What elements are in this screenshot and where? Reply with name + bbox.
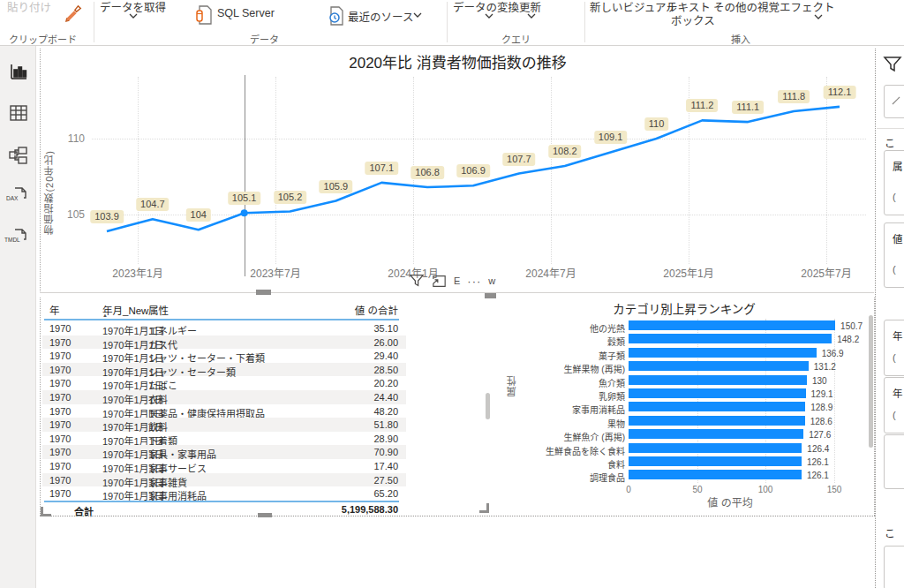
x-axis-tick-label: 2025年1月: [663, 265, 713, 280]
bar[interactable]: [629, 416, 805, 426]
resize-handle[interactable]: [41, 514, 51, 516]
table-cell: 1970: [49, 351, 71, 361]
table-cell: 1970: [49, 392, 71, 403]
filter-card[interactable]: 年(: [884, 320, 904, 376]
bar[interactable]: [629, 375, 807, 385]
recent-sources-button[interactable]: 最近のソース: [348, 8, 413, 25]
more-options-icon[interactable]: ···: [467, 275, 481, 288]
bar[interactable]: [629, 402, 805, 411]
table-row[interactable]: 19701970年1月1日家具・家事用品70.90: [41, 445, 491, 459]
chevron-down-icon[interactable]: [413, 12, 422, 18]
resize-handle[interactable]: [258, 513, 272, 517]
new-visual-button[interactable]: 新しいビジュアル: [590, 0, 677, 15]
table-view-icon[interactable]: [8, 102, 29, 124]
model-view-icon[interactable]: [8, 145, 29, 166]
filter-card-value: (: [893, 410, 896, 420]
column-header[interactable]: 年: [49, 303, 60, 317]
sql-server-icon[interactable]: [196, 5, 212, 25]
table-row[interactable]: 19701970年1月1日下着類28.90: [41, 432, 491, 446]
filter-card[interactable]: [884, 434, 904, 489]
chevron-down-icon[interactable]: [527, 13, 536, 19]
report-view-icon[interactable]: [8, 62, 29, 83]
y-axis-tick-label: 105: [55, 208, 85, 221]
text-box-button-line2[interactable]: ボックス: [671, 11, 715, 28]
data-label: 112.1: [824, 86, 856, 99]
table-cell: 24.40: [373, 392, 398, 403]
app-window: 貼り付け クリップボード データを取得 SQL Server 最近のソース デー…: [0, 0, 904, 588]
resize-handle[interactable]: [256, 290, 271, 295]
gridline: [138, 77, 139, 264]
x-axis-tick-label: 2024年7月: [525, 265, 576, 280]
ribbon-separator: [94, 2, 94, 42]
data-label: 104: [186, 208, 211, 222]
bar[interactable]: [629, 443, 802, 453]
table-cell: 1970: [49, 461, 71, 471]
ribbon-separator: [584, 2, 585, 42]
column-header[interactable]: 年月_New: [102, 303, 148, 317]
filters-pane-icon: [883, 55, 902, 74]
bar[interactable]: [629, 334, 832, 343]
chevron-down-icon[interactable]: [485, 13, 493, 19]
column-header[interactable]: 属性: [148, 303, 169, 317]
bar[interactable]: [629, 456, 802, 466]
x-axis-tick-label: 100: [758, 485, 773, 494]
visual-boundary: [40, 292, 874, 293]
bar[interactable]: [629, 429, 803, 439]
table-row[interactable]: 19701970年1月1日飲料51.80: [41, 418, 491, 432]
bar[interactable]: [629, 348, 817, 358]
column-header[interactable]: 値 の合計: [355, 303, 398, 317]
bar-chart-visual[interactable]: カテゴリ別上昇ランキング 属性 他の光熱150.7穀類148.2菓子類136.9…: [494, 298, 875, 516]
dax-query-view-icon[interactable]: DAX: [8, 185, 29, 207]
canvas-scrollbar[interactable]: [869, 315, 873, 448]
more-visuals-button[interactable]: その他の視覚エフェクト: [713, 0, 835, 15]
paste-button[interactable]: 貼り付け: [7, 0, 51, 15]
table-cell: 1970: [49, 337, 71, 348]
format-painter-icon[interactable]: [64, 4, 83, 23]
x-axis-tick-label: 2025年7月: [801, 265, 851, 280]
visual-header-toolbar: E ··· w: [409, 273, 495, 289]
data-label: 111.2: [686, 99, 718, 112]
filter-card[interactable]: 年(: [884, 377, 904, 433]
bar[interactable]: [629, 320, 835, 330]
table-cell: 1970: [49, 378, 71, 388]
table-row[interactable]: 19701970年1月1日医薬品・健康保持用摂取品48.20: [41, 404, 491, 418]
filter-card[interactable]: [884, 546, 904, 588]
chevron-down-icon[interactable]: [814, 14, 823, 19]
filter-icon[interactable]: [409, 273, 425, 289]
table-cell: 1970: [49, 475, 71, 486]
data-group-label: データ: [250, 32, 279, 46]
table-row[interactable]: 19701970年1月1日家事サービス17.40: [41, 459, 491, 473]
bar-value-label: 126.1: [807, 471, 829, 480]
bar[interactable]: [629, 361, 809, 371]
focus-mode-icon[interactable]: [432, 275, 447, 288]
resize-handle[interactable]: [486, 503, 489, 513]
table-row[interactable]: 19701970年1月1日衣料24.40: [41, 390, 491, 404]
gridline: [275, 77, 276, 264]
filter-card[interactable]: 値(: [884, 222, 904, 288]
table-row[interactable]: 19701970年1月1日エネルギー35.10: [41, 321, 491, 335]
x-axis-tick-label: 2023年1月: [112, 265, 162, 280]
table-row[interactable]: 19701970年1月1日家事雑貨27.50: [41, 473, 491, 487]
filter-search-box[interactable]: [884, 85, 904, 118]
bar[interactable]: [629, 470, 802, 479]
table-row[interactable]: 19701970年1月1日ガス代26.00: [41, 335, 491, 350]
sql-server-button[interactable]: SQL Server: [217, 7, 275, 19]
data-label: 111.8: [778, 90, 810, 103]
y-axis-tick-label: 110: [55, 132, 85, 145]
bar-value-label: 129.1: [811, 389, 833, 399]
bar[interactable]: [629, 388, 806, 398]
table-visual[interactable]: 年年月_New属性値 の合計▲19701970年1月1日エネルギー35.1019…: [40, 298, 491, 516]
table-row[interactable]: 19701970年1月1日シャツ・セーター・下着類29.40: [41, 349, 491, 363]
sort-icon: ▲: [102, 313, 108, 318]
table-row[interactable]: 19701970年1月1日たばこ20.20: [41, 376, 491, 390]
tmdl-view-icon[interactable]: TMDL: [8, 227, 29, 248]
line-chart-visual[interactable]: 2020年比 消費者物価指数の推移 物価指数(20年比) 2023年1月2023…: [40, 49, 876, 293]
recent-sources-icon[interactable]: [328, 6, 344, 26]
table-row[interactable]: 19701970年1月1日家事用消耗品65.20: [41, 486, 491, 501]
bar-category-label: 生鮮果物 (再掲): [494, 362, 625, 375]
data-label: 104.7: [136, 198, 170, 211]
filter-card[interactable]: 属(: [884, 150, 904, 215]
table-scrollbar[interactable]: [486, 393, 490, 419]
chevron-down-icon[interactable]: [129, 13, 138, 19]
table-row[interactable]: 19701970年1月1日シャツ・セーター類28.50: [41, 363, 491, 377]
